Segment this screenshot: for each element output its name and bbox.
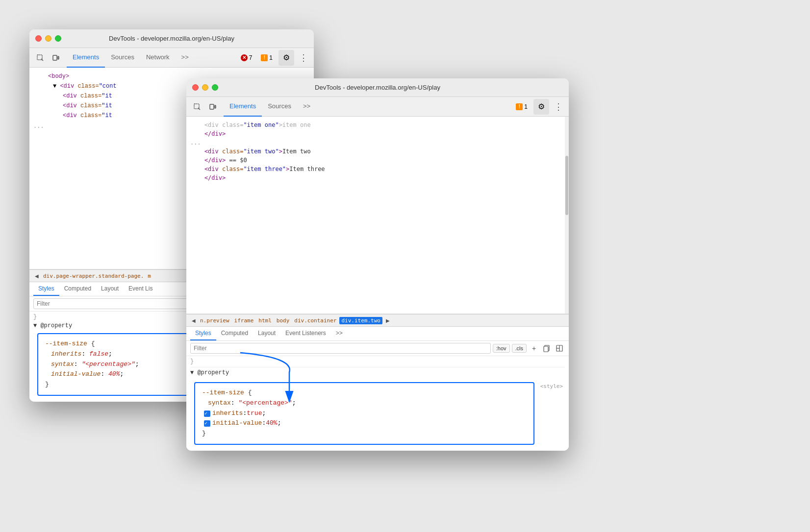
tree-line-div-close: </div> — [186, 129, 569, 138]
tab-elements-front[interactable]: Elements — [224, 97, 262, 117]
tab-more-front[interactable]: >> — [297, 97, 316, 117]
close-button-back[interactable] — [35, 35, 42, 42]
styles-tabs-front: Styles Computed Layout Event Listeners >… — [186, 327, 569, 341]
toolbar-front: Elements Sources >> ! 1 ⚙ ⋮ — [186, 97, 569, 117]
breadcrumb-html[interactable]: html — [256, 317, 274, 324]
styles-content-front: } ▼ @property --item-size { syntax: "<pe… — [186, 356, 569, 451]
scrollbar-thumb-front[interactable] — [565, 156, 568, 215]
maximize-button-back[interactable] — [55, 35, 61, 42]
inspect-icon[interactable] — [33, 51, 47, 65]
breadcrumb-right-arrow-front[interactable]: ▶ — [383, 314, 392, 327]
warning-icon-front: ! — [516, 103, 523, 110]
tab-eventlis-back[interactable]: Event Lis — [124, 282, 157, 296]
tab-sources-back[interactable]: Sources — [105, 48, 140, 68]
warning-badge-front: ! 1 — [513, 102, 531, 111]
minimize-button-back[interactable] — [45, 35, 51, 42]
tab-bar-back: Elements Sources Network >> — [67, 48, 195, 68]
error-count-back: 7 — [249, 54, 253, 61]
checkbox-inherits[interactable] — [204, 411, 210, 417]
svg-rect-2 — [58, 56, 59, 59]
settings-button-back[interactable]: ⚙ — [278, 50, 294, 66]
warning-count-front: 1 — [524, 103, 528, 110]
scrollbar-track-front[interactable] — [565, 117, 569, 314]
tab-sources-front[interactable]: Sources — [262, 97, 297, 117]
tree-line-div-selected: </div> == $0 — [186, 156, 569, 165]
at-rule-label-front: @property — [197, 369, 229, 376]
error-icon-back: ✕ — [241, 54, 248, 61]
breadcrumb-left-arrow-front[interactable]: ◀ — [189, 314, 198, 327]
tree-line-dim: <div class="item one">item one — [186, 121, 569, 129]
code-prop-syntax-front: syntax: "<percentage>"; — [202, 398, 527, 409]
device-icon-front[interactable] — [206, 100, 220, 114]
tree-line-item-three: <div class="item three">Item three — [186, 165, 569, 173]
toolbar-back: Elements Sources Network >> ✕ 7 ! 1 ⚙ ⋮ — [29, 48, 314, 68]
more-button-back[interactable]: ⋮ — [297, 52, 310, 63]
tab-layout-front[interactable]: Layout — [253, 327, 280, 340]
tab-styles-front[interactable]: Styles — [190, 327, 216, 340]
at-property-front: ▼ @property — [190, 369, 565, 376]
add-rule-button[interactable]: + — [529, 343, 539, 354]
tab-eventlis-front[interactable]: Event Listeners — [280, 327, 331, 340]
more-button-front[interactable]: ⋮ — [552, 101, 565, 112]
breadcrumb-bar-front: ◀ n.preview iframe html body div.contain… — [186, 314, 569, 327]
code-prop-initial-front: initial-value: 40%; — [202, 418, 527, 429]
code-box-front: --item-size { syntax: "<percentage>"; in… — [194, 382, 534, 445]
filter-tools-front: :hov .cls + — [186, 341, 569, 356]
warning-icon-back: ! — [261, 54, 268, 61]
layout-button[interactable] — [554, 343, 565, 354]
tree-line-close3: </div> — [186, 173, 569, 182]
tab-bar-front: Elements Sources >> — [224, 97, 316, 117]
minimize-button-front[interactable] — [202, 84, 208, 91]
breadcrumb-divcontainer[interactable]: div.container — [292, 317, 338, 324]
warning-count-back: 1 — [269, 54, 273, 61]
maximize-button-front[interactable] — [212, 84, 218, 91]
breadcrumb-body[interactable]: body — [275, 317, 292, 324]
svg-rect-5 — [215, 105, 216, 108]
settings-button-front[interactable]: ⚙ — [533, 99, 549, 115]
inspect-icon-front[interactable] — [190, 100, 204, 114]
svg-rect-7 — [544, 346, 548, 352]
toolbar-right-front: ! 1 ⚙ ⋮ — [513, 99, 565, 115]
tab-computed-back[interactable]: Computed — [59, 282, 96, 296]
breadcrumb-more-back[interactable]: m — [146, 273, 153, 279]
code-close-front: } — [202, 429, 527, 439]
tree-ellipsis-front: ... — [186, 138, 569, 147]
breadcrumb-divitemtwo[interactable]: div.item.two — [339, 317, 382, 324]
traffic-lights-front — [192, 84, 218, 91]
window-title-front: DevTools - developer.mozilla.org/en-US/p… — [315, 84, 440, 91]
error-badge-back: ✕ 7 — [238, 53, 255, 62]
breadcrumb-item-back[interactable]: div.page-wrapper.standard-page. — [41, 273, 146, 279]
tab-more-styles-front[interactable]: >> — [331, 327, 348, 340]
hov-button[interactable]: :hov — [493, 344, 510, 353]
window-title-back: DevTools - developer.mozilla.org/en-US/p… — [109, 35, 234, 42]
panel-content-front: <div class="item one">item one </div> ..… — [186, 117, 569, 451]
filter-input-front[interactable] — [190, 343, 491, 354]
tab-computed-front[interactable]: Computed — [216, 327, 253, 340]
code-box-wrapper-front: --item-size { syntax: "<percentage>"; in… — [190, 378, 565, 449]
tree-line-item-two: <div class="item two">Item two — [186, 147, 569, 156]
at-rule-label-back: @property — [40, 322, 72, 329]
breadcrumb-left-arrow[interactable]: ◀ — [32, 269, 41, 282]
breadcrumb-iframe[interactable]: iframe — [232, 317, 256, 324]
tab-network-back[interactable]: Network — [140, 48, 176, 68]
code-selector-front: --item-size { — [202, 388, 527, 398]
tab-more-back[interactable]: >> — [176, 48, 195, 68]
breadcrumb-npreview[interactable]: n.preview — [198, 317, 231, 324]
copy-button[interactable] — [541, 343, 552, 354]
tab-styles-back[interactable]: Styles — [33, 282, 59, 296]
tab-elements-back[interactable]: Elements — [67, 48, 105, 68]
device-icon[interactable] — [49, 51, 63, 65]
checkbox-initial[interactable] — [204, 420, 210, 427]
closing-brace-front: } — [190, 358, 565, 367]
traffic-lights-back — [35, 35, 61, 42]
code-prop-inherits-front: inherits: true; — [202, 409, 527, 419]
svg-rect-4 — [210, 104, 214, 109]
cls-button[interactable]: .cls — [512, 344, 527, 353]
warning-badge-back: ! 1 — [258, 53, 276, 62]
html-tree-front: <div class="item one">item one </div> ..… — [186, 117, 569, 314]
devtools-window-front: DevTools - developer.mozilla.org/en-US/p… — [186, 78, 569, 451]
close-button-front[interactable] — [192, 84, 199, 91]
title-bar-back: DevTools - developer.mozilla.org/en-US/p… — [29, 29, 314, 48]
svg-rect-1 — [53, 55, 57, 60]
tab-layout-back[interactable]: Layout — [96, 282, 124, 296]
